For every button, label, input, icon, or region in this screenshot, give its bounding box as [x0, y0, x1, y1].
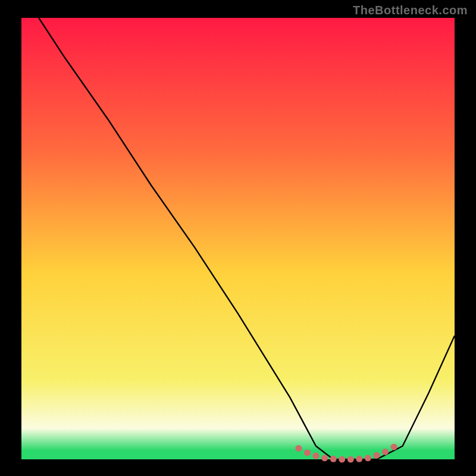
watermark-label: TheBottleneck.com [353, 4, 468, 17]
chart-stage: TheBottleneck.com [0, 0, 476, 476]
optimal-marker [339, 456, 345, 463]
plot-area [21, 18, 455, 459]
optimal-marker [374, 452, 380, 459]
bottleneck-chart [0, 0, 476, 476]
optimal-marker [295, 445, 302, 452]
optimal-marker [347, 456, 354, 463]
optimal-marker [321, 455, 328, 461]
optimal-marker [330, 456, 337, 462]
optimal-marker [313, 453, 320, 459]
optimal-marker [304, 449, 311, 456]
optimal-marker [391, 444, 397, 450]
optimal-marker [356, 456, 362, 462]
optimal-marker [365, 455, 371, 461]
optimal-marker [382, 449, 389, 455]
